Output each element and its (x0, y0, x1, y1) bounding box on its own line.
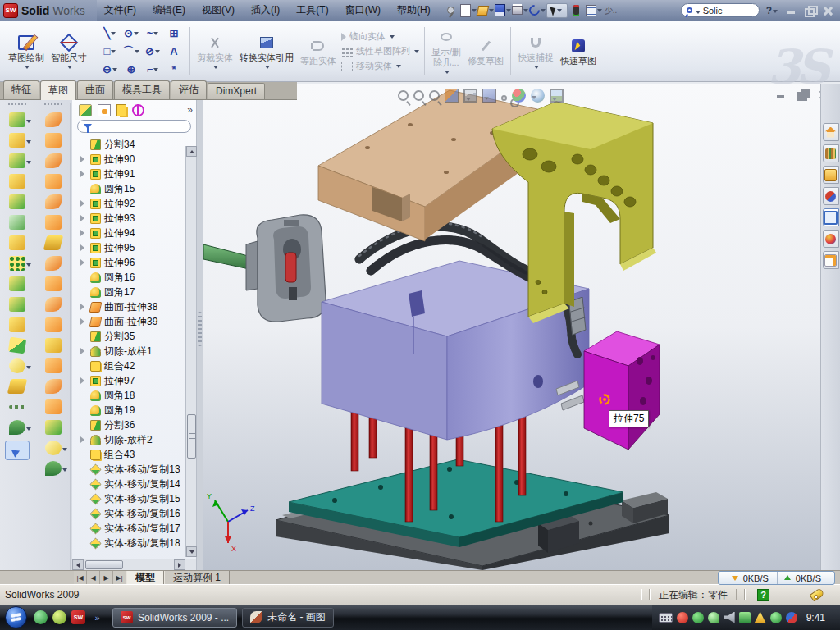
section-view-icon[interactable] (445, 89, 459, 103)
feature-tree-item[interactable]: 拉伸94 (72, 226, 196, 240)
extruded-cut-icon[interactable] (9, 133, 25, 148)
expand-arrow-icon[interactable] (80, 495, 87, 502)
scroll-thumb[interactable] (187, 414, 196, 459)
loft-icon[interactable] (9, 174, 25, 189)
feature-tree-item[interactable]: 组合43 (72, 447, 196, 462)
feature-tree-item[interactable]: 分割36 (72, 418, 196, 432)
solidworks-resources-icon[interactable] (823, 123, 839, 141)
instant3d-icon[interactable] (5, 441, 30, 460)
combine-icon[interactable] (9, 317, 25, 332)
scroll-left-icon[interactable] (72, 559, 84, 570)
defender-icon[interactable] (770, 612, 782, 623)
expand-arrow-icon[interactable] (80, 244, 87, 251)
plane-icon[interactable] (7, 379, 26, 394)
expand-arrow-icon[interactable] (80, 304, 87, 310)
expand-arrow-icon[interactable] (80, 392, 87, 399)
expand-arrow-icon[interactable] (80, 466, 87, 472)
menu-view[interactable]: 视图(V) (194, 1, 242, 20)
arc-icon[interactable]: ⌒ (121, 43, 142, 61)
menu-edit[interactable]: 编辑(E) (145, 1, 193, 20)
feature-tree-item[interactable]: 实体-移动/复制14 (72, 477, 196, 491)
propertymanager-tab-icon[interactable] (98, 104, 111, 116)
menu-help[interactable]: 帮助(H) (390, 1, 438, 20)
expand-arrow-icon[interactable] (80, 540, 87, 546)
zoom-to-fit-icon[interactable] (398, 90, 409, 101)
next-tab-button[interactable]: ▶ (100, 571, 113, 584)
expand-arrow-icon[interactable] (80, 348, 87, 354)
feature-tree-item[interactable]: 实体-移动/复制17 (72, 521, 196, 536)
linear-sketch-pattern-button[interactable]: 线性草图阵列 (341, 45, 419, 57)
doc-restore-button[interactable] (797, 89, 808, 99)
sync-icon[interactable] (786, 612, 797, 623)
repair-sketch-button[interactable]: 修复草图 (464, 24, 507, 79)
filled-surface-icon[interactable] (45, 194, 62, 209)
new-document-icon[interactable] (460, 3, 477, 18)
expand-arrow-icon[interactable] (80, 230, 87, 236)
expand-arrow-icon[interactable] (80, 481, 87, 487)
delete-face-icon[interactable] (45, 317, 62, 332)
mirror-entities-button[interactable]: 镜向实体 (341, 30, 419, 43)
previous-view-icon[interactable] (429, 90, 440, 101)
expand-arrow-icon[interactable] (80, 510, 87, 517)
feature-tree-item[interactable]: 圆角16 (72, 270, 196, 285)
doc-minimize-button[interactable] (775, 89, 787, 99)
extruded-boss-icon[interactable] (9, 112, 25, 127)
expand-arrow-icon[interactable] (80, 289, 87, 295)
display-delete-relations-button[interactable]: 显示/删 除几... (428, 24, 464, 79)
feature-tree-item[interactable]: 拉伸97 (72, 373, 196, 388)
expand-arrow-icon[interactable] (80, 451, 87, 458)
expand-arrow-icon[interactable] (80, 141, 87, 148)
replace-face-icon[interactable] (45, 399, 62, 414)
print-icon[interactable] (512, 3, 528, 18)
minimize-button[interactable] (786, 6, 797, 16)
tree-horizontal-scrollbar[interactable] (72, 559, 196, 570)
quicklaunch-overflow-icon[interactable]: » (90, 610, 104, 624)
planar-surface-icon[interactable] (43, 235, 62, 250)
extend-surface-icon[interactable] (45, 379, 62, 394)
move-copy-body-icon[interactable] (7, 337, 25, 354)
quick-snaps-button[interactable]: 快速捕捉 (514, 24, 557, 79)
graphics-viewport[interactable]: Y Z X 拉伸75 (203, 84, 820, 570)
menu-insert[interactable]: 插入(I) (244, 1, 287, 20)
feature-tree-item[interactable]: 圆角17 (72, 285, 196, 299)
expand-arrow-icon[interactable] (80, 407, 87, 413)
rapid-sketch-button[interactable]: 快速草图 (557, 24, 600, 79)
tag-icon[interactable] (810, 587, 825, 601)
select-icon[interactable] (546, 3, 568, 18)
spline-tool-icon[interactable] (45, 461, 62, 476)
scroll-up-icon[interactable] (186, 146, 197, 157)
feature-tree-item[interactable]: 圆角18 (72, 388, 196, 403)
model-svg[interactable]: Y Z X (203, 84, 820, 570)
taskbar-button-solidworks[interactable]: SW SolidWorks 2009 - ... (112, 608, 237, 628)
expand-arrow-icon[interactable] (80, 318, 87, 325)
scroll-down-icon[interactable] (186, 546, 197, 557)
menu-tools[interactable]: 工具(T) (289, 1, 336, 20)
point-icon[interactable]: * (163, 61, 185, 79)
selection-box-icon[interactable]: ⊞ (163, 25, 185, 43)
expand-arrow-icon[interactable] (80, 333, 87, 340)
convert-entities-button[interactable]: 转换实体引用 (236, 24, 297, 79)
feature-tree-item[interactable]: 曲面-拉伸38 (72, 299, 196, 314)
feature-tree-item[interactable]: 实体-移动/复制15 (72, 491, 196, 506)
trim-surface-icon[interactable] (45, 338, 62, 353)
solidworks-search-icon[interactable] (823, 187, 839, 205)
expand-arrow-icon[interactable] (80, 525, 87, 532)
circle-icon[interactable]: ⊙ (121, 25, 142, 43)
expand-arrow-icon[interactable] (80, 185, 87, 192)
overflow-icon[interactable]: 少.. (603, 3, 619, 18)
start-button[interactable] (5, 606, 27, 628)
line-icon[interactable]: ╲ (99, 25, 121, 43)
tab-motion-study-1[interactable]: 运动算例 1 (164, 571, 230, 584)
tab-surfaces[interactable]: 曲面 (77, 80, 113, 99)
slot-icon[interactable]: ⊖ (99, 61, 121, 79)
last-tab-button[interactable]: ▶| (113, 571, 126, 584)
first-tab-button[interactable]: |◀ (74, 571, 87, 584)
split-icon[interactable] (9, 297, 25, 312)
menu-file[interactable]: 文件(F) (97, 1, 144, 20)
tree-filter-input[interactable] (77, 120, 191, 133)
ribbon-badge-icon[interactable] (708, 612, 719, 623)
feature-tree-item[interactable]: 拉伸91 (72, 167, 196, 181)
feature-tree-item[interactable]: 分割34 (72, 137, 196, 152)
scroll-thumb-h[interactable] (85, 560, 123, 569)
smart-dimension-button[interactable]: 智能尺寸 (48, 24, 90, 79)
